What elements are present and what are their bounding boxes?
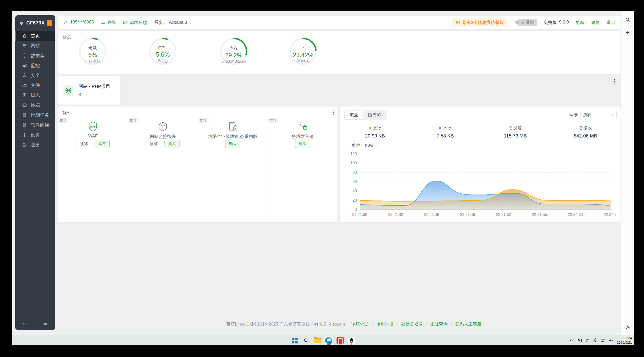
tab-disk-io[interactable]: 磁盘IO <box>363 111 386 119</box>
message-count-badge[interactable]: 0 <box>47 20 52 26</box>
svg-text:120: 120 <box>350 152 357 156</box>
preview-button[interactable]: 预览 <box>76 140 91 148</box>
nic-value: 所有 <box>583 112 591 118</box>
sidebar-item-database[interactable]: 数据库 <box>15 51 55 61</box>
sidebar-item-app-store[interactable]: 软件商店 <box>15 120 55 130</box>
qq-app-icon[interactable] <box>347 336 356 345</box>
svg-text:22:21:55: 22:21:55 <box>532 212 547 217</box>
gauge-cpu[interactable]: CPU 5.6% 2核心 <box>147 37 178 72</box>
file-explorer-icon[interactable] <box>313 336 322 345</box>
edge-browser-icon[interactable] <box>324 336 333 345</box>
site-card-count[interactable]: 3 <box>78 92 110 98</box>
status-title: 状态 <box>62 34 72 41</box>
windows-taskbar: M 英 22:24 2025/5/21 <box>12 335 634 345</box>
logo-row[interactable]: CF673X 0 <box>15 15 55 29</box>
stat-total-received: 总接收 842.06 MB <box>550 125 620 139</box>
sidebar-item-logout[interactable]: 退出 <box>15 140 55 150</box>
windows-search-icon[interactable] <box>302 336 310 345</box>
ime-indicator[interactable]: 英 <box>593 338 597 343</box>
home-icon <box>22 34 27 38</box>
svg-text:80: 80 <box>352 170 357 175</box>
chevron-down-icon: ∨ <box>612 114 614 116</box>
software-name: 网站监控报表 <box>128 134 198 139</box>
preview-button[interactable]: 预览 <box>146 140 161 148</box>
windows-start-icon[interactable] <box>290 336 299 345</box>
footer-link-3[interactable]: 正版查询 <box>426 322 452 326</box>
rail-add-icon[interactable]: + <box>621 27 634 38</box>
svg-text:22:24:35: 22:24:35 <box>604 212 616 217</box>
traffic-stats: 上行 20.99 KB下行 7.58 KB总发送 115.73 MB总接收 84… <box>340 125 620 139</box>
software-card-intrusion-prevention: 推荐 堡塔防入侵 购买 <box>268 116 338 151</box>
gauge-load[interactable]: 负载 6% 运行流畅 <box>77 37 108 72</box>
topbar: 135****6965 告警 需求反馈 系统：Alibaba 3 您有2个优惠券… <box>58 16 620 29</box>
footer-link-4[interactable]: 联系人工客服 <box>452 322 485 326</box>
sidebar-item-security[interactable]: 安全 <box>15 71 55 80</box>
buy-button[interactable]: 购买 <box>295 140 310 148</box>
rail-settings-icon[interactable] <box>621 322 634 332</box>
feedback-button[interactable]: 需求反馈 <box>123 20 147 26</box>
gauge-disk-root[interactable]: / 23.42% 9/39GB <box>288 37 319 72</box>
svg-text:0: 0 <box>355 207 357 212</box>
gauge-sub: 546.0MB/2GB <box>218 59 250 64</box>
sidebar-item-cron[interactable]: 计划任务 <box>15 110 55 120</box>
sidebar-item-logs[interactable]: 日志 <box>15 90 55 100</box>
repair-button[interactable]: 修复 <box>591 20 600 26</box>
site-globe-icon <box>63 85 74 96</box>
clock-date: 2025/5/21 <box>617 340 632 345</box>
network-display-icon[interactable] <box>600 338 605 343</box>
footer-link-0[interactable]: 论坛求助 <box>348 322 372 326</box>
panel-logo-icon <box>19 20 24 26</box>
sidebar-item-website[interactable]: 网站 <box>15 41 55 51</box>
traffic-area-chart[interactable]: 02040608010012022:21:3922:21:4222:21:452… <box>342 150 616 222</box>
unit-select[interactable]: KB/s ∨ <box>363 142 381 149</box>
footer-link-2[interactable]: 微信公众号 <box>397 322 426 326</box>
stat-total-sent: 总发送 115.73 MB <box>480 125 550 139</box>
software-menu-icon[interactable] <box>333 110 334 115</box>
svg-text:22:21:39: 22:21:39 <box>352 212 367 217</box>
sidebar-item-settings[interactable]: 设置 <box>15 130 55 140</box>
speaker-icon[interactable] <box>609 338 613 343</box>
gauge-memory[interactable]: 内存 29.2% 546.0MB/2GB <box>218 37 250 72</box>
sidebar-item-label: 计划任务 <box>31 112 49 118</box>
restart-button[interactable]: 重启 <box>606 20 615 26</box>
buy-button[interactable]: 购买 <box>225 140 240 148</box>
tray-expand-icon[interactable] <box>570 338 573 342</box>
software-grid: 推荐 WAF WAF 预览购买推荐 网站监控报表 预览购买推荐 堡塔企业级防篡改… <box>58 116 338 221</box>
svg-text:22:21:42: 22:21:42 <box>388 212 403 217</box>
buy-button[interactable]: 购买 <box>164 140 180 148</box>
gauge-value: 5.6% <box>147 51 178 58</box>
layout-menu-icon[interactable] <box>614 79 615 84</box>
gauge-label: 内存 <box>218 46 250 51</box>
footer-link-1[interactable]: 使用手册 <box>372 322 397 326</box>
stat-value: 115.73 MB <box>480 133 550 139</box>
site-card-title: 网站 - PHP项目 <box>78 83 110 90</box>
version-info: 免费版 9.6.0 <box>544 20 569 26</box>
software-name: 堡塔防入侵 <box>268 134 338 139</box>
gear-icon <box>22 133 27 137</box>
rail-search-icon[interactable] <box>621 14 634 25</box>
gauge-sub: 9/39GB <box>288 59 319 63</box>
sidebar-item-files[interactable]: 文件 <box>15 80 55 90</box>
collapse-sidebar-icon[interactable] <box>22 321 28 326</box>
tray-app-icon[interactable]: M <box>577 339 582 342</box>
enterprise-upgrade[interactable]: 企业版 <box>514 19 537 26</box>
site-php-card[interactable]: 网站 - PHP项目 3 <box>58 76 120 105</box>
nic-select[interactable]: 所有 ∨ <box>580 111 617 119</box>
alarm-button[interactable]: 告警 <box>101 20 116 26</box>
buy-button[interactable]: 购买 <box>94 140 110 148</box>
coupon-banner[interactable]: 您有2个优惠券待领取 <box>452 18 507 27</box>
box-icon <box>157 121 168 133</box>
sidebar-item-monitor[interactable]: 监控 <box>15 61 55 71</box>
recommend-badge: 推荐 <box>128 118 138 123</box>
tray-settings-sliders-icon[interactable] <box>585 338 589 342</box>
user-account[interactable]: 135****6965 <box>64 20 94 25</box>
menu-list-icon[interactable] <box>42 321 48 326</box>
update-button[interactable]: 更新 <box>576 20 584 26</box>
taskbar-clock[interactable]: 22:24 2025/5/21 <box>617 336 632 345</box>
sidebar-item-home[interactable]: 首页 <box>15 31 55 41</box>
gauge-sub: 2核心 <box>147 59 178 64</box>
feedback-edit-icon <box>123 20 128 25</box>
sidebar-item-terminal[interactable]: 终端 <box>15 100 55 110</box>
red-app-icon[interactable] <box>336 336 344 345</box>
tab-flow[interactable]: 流量 <box>345 111 363 119</box>
